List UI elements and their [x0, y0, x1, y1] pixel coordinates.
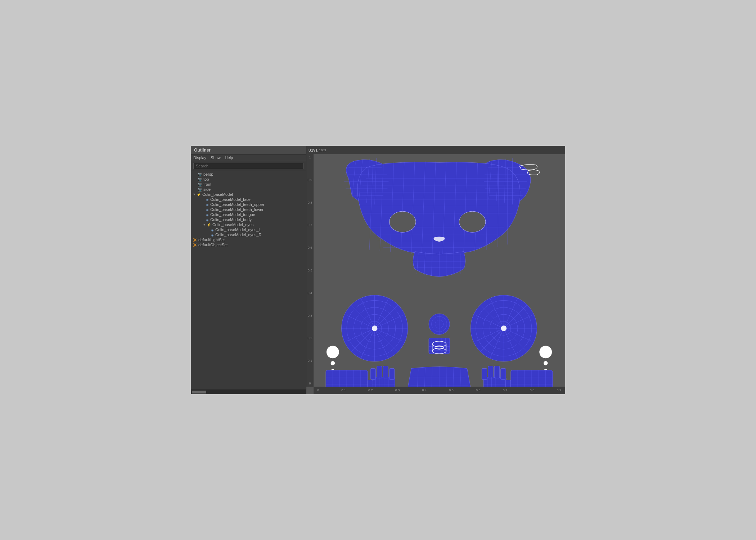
search-input[interactable]	[193, 163, 304, 169]
expand-arrow: ▼	[203, 223, 206, 226]
tree-item-colin-eyes-l[interactable]: ▶ ◈ Colin_baseModel_eyes_L	[191, 227, 306, 232]
menu-help[interactable]: Help	[225, 156, 233, 160]
mesh-icon: ◈	[206, 218, 209, 222]
outliner-scrollbar[interactable]	[191, 390, 306, 394]
svg-rect-121	[377, 366, 382, 378]
mesh-icon: ◈	[206, 213, 209, 217]
set-icon: 🔆	[193, 238, 197, 242]
tree-item-colin-tongue[interactable]: ▶ ◈ Colin_baseModel_tongue	[191, 212, 306, 217]
svg-point-88	[544, 361, 548, 365]
arrow-placeholder: ▶	[203, 208, 205, 211]
tree-label: Colin_baseModel_eyes_R	[215, 233, 261, 237]
tree-label: Colin_baseModel_face	[210, 197, 251, 202]
group-icon: ⚡	[207, 223, 211, 227]
tree-item-persp[interactable]: 📷 persp	[191, 172, 306, 177]
svg-rect-159	[505, 380, 511, 387]
arrow-placeholder: ▶	[208, 228, 210, 231]
svg-rect-158	[501, 368, 506, 379]
arrow-placeholder: ▶	[208, 233, 210, 237]
set-icon: 🔆	[193, 243, 197, 247]
svg-point-44	[389, 211, 416, 232]
svg-point-85	[331, 361, 335, 365]
group-icon: ⚡	[197, 193, 201, 197]
svg-point-69	[372, 325, 378, 331]
scrollbar-thumb[interactable]	[192, 391, 206, 393]
mesh-icon: ◈	[211, 228, 214, 232]
svg-point-84	[327, 346, 339, 358]
svg-point-45	[459, 211, 486, 232]
menu-display[interactable]: Display	[193, 156, 206, 160]
svg-rect-155	[482, 368, 487, 379]
outliner-menu: Display Show Help	[191, 154, 306, 161]
svg-point-83	[501, 325, 507, 331]
mesh-icon: ◈	[206, 203, 209, 207]
tree-item-side[interactable]: 📷 side	[191, 187, 306, 192]
uv-mesh-svg	[314, 154, 565, 387]
tree-item-front[interactable]: 📷 front	[191, 182, 306, 187]
mesh-icon: ◈	[206, 208, 209, 212]
svg-rect-156	[488, 366, 494, 378]
svg-rect-157	[494, 366, 500, 378]
outliner-tree: 📷 persp 📷 top 📷 front 📷 side ▼ ⚡	[191, 171, 306, 390]
tree-item-colin-basemodel[interactable]: ▼ ⚡ Colin_baseModel	[191, 192, 306, 197]
tree-label: persp	[203, 172, 213, 176]
arrow-placeholder: ▶	[203, 218, 205, 221]
tree-item-colin-face[interactable]: ▶ ◈ Colin_baseModel_face	[191, 197, 306, 202]
arrow-placeholder: ▶	[203, 213, 205, 216]
tree-item-colin-eyes-r[interactable]: ▶ ◈ Colin_baseModel_eyes_R	[191, 232, 306, 237]
camera-icon: 📷	[198, 172, 202, 176]
tree-item-colin-eyes[interactable]: ▼ ⚡ Colin_baseModel_eyes	[191, 222, 306, 227]
svg-rect-122	[383, 366, 388, 378]
mesh-icon: ◈	[211, 233, 214, 237]
tree-label: Colin_baseModel_body	[210, 217, 252, 222]
tree-label: side	[203, 187, 211, 192]
uv-header-sublabel: 1001	[319, 148, 326, 152]
tree-item-defaultobjectset[interactable]: 🔆 defaultObjectSet	[191, 242, 306, 247]
tree-label: defaultObjectSet	[198, 243, 228, 247]
tree-label: defaultLightSet	[198, 238, 225, 242]
camera-icon: 📷	[198, 177, 202, 181]
svg-point-87	[539, 346, 552, 358]
axis-labels-bottom: 0 0.1 0.2 0.3 0.4 0.5 0.6 0.7 0.8 0.9	[314, 387, 565, 394]
outliner-panel: Outliner Display Show Help 📷 persp 📷 top…	[191, 146, 306, 394]
outliner-header: Outliner	[191, 146, 306, 154]
svg-rect-124	[368, 380, 373, 387]
axis-labels-left: 1 0.9 0.8 0.7 0.6 0.5 0.4 0.3 0.2 0.1 0	[306, 154, 314, 387]
uv-header-label: U1V1	[309, 148, 318, 152]
tree-label: Colin_baseModel_teeth_lower	[210, 207, 264, 212]
tree-label: Colin_baseModel_eyes_L	[215, 228, 261, 232]
tree-label: Colin_baseModel_eyes	[212, 222, 253, 227]
tree-item-top[interactable]: 📷 top	[191, 177, 306, 182]
tree-label: Colin_baseModel_tongue	[210, 212, 255, 217]
menu-show[interactable]: Show	[211, 156, 221, 160]
tree-item-colin-teeth-upper[interactable]: ▶ ◈ Colin_baseModel_teeth_upper	[191, 202, 306, 207]
uv-editor-header: U1V1 1001	[306, 146, 565, 154]
tree-item-colin-teeth-lower[interactable]: ▶ ◈ Colin_baseModel_teeth_lower	[191, 207, 306, 212]
expand-arrow: ▼	[193, 193, 196, 196]
camera-icon: 📷	[198, 188, 202, 192]
mesh-icon: ◈	[206, 198, 209, 202]
svg-rect-120	[370, 368, 376, 379]
svg-rect-123	[389, 368, 395, 379]
camera-icon: 📷	[198, 183, 202, 186]
outliner-search-bar	[191, 161, 306, 171]
tree-label: front	[203, 182, 211, 186]
tree-label: Colin_baseModel	[202, 192, 233, 197]
tree-item-defaultlightset[interactable]: 🔆 defaultLightSet	[191, 237, 306, 242]
outliner-title: Outliner	[194, 148, 211, 153]
main-container: Outliner Display Show Help 📷 persp 📷 top…	[191, 146, 565, 394]
tree-label: Colin_baseModel_teeth_upper	[210, 202, 264, 207]
arrow-placeholder: ▶	[203, 203, 205, 206]
arrow-placeholder: ▶	[203, 198, 205, 201]
tree-label: top	[203, 177, 209, 181]
uv-editor-panel: U1V1 1001 1 0.9 0.8 0.7 0.6 0.5 0.4 0.3 …	[306, 146, 565, 394]
uv-canvas[interactable]	[314, 154, 565, 387]
tree-item-colin-body[interactable]: ▶ ◈ Colin_baseModel_body	[191, 217, 306, 222]
